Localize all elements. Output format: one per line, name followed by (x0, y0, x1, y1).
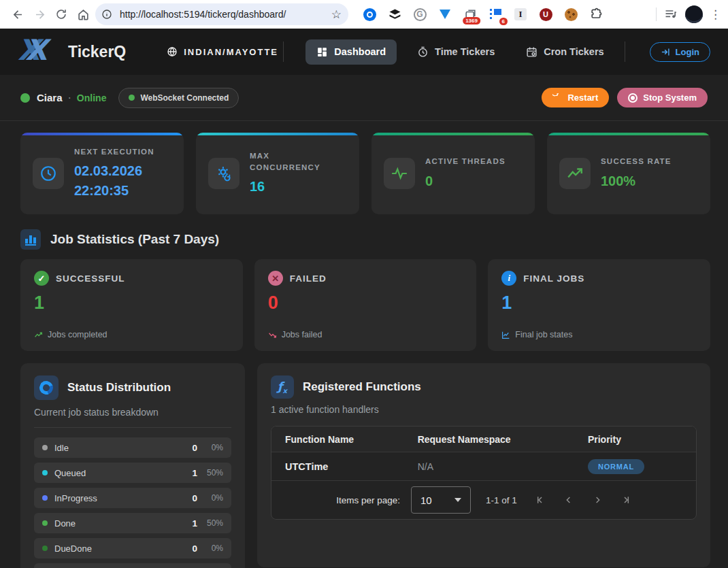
page-size-select[interactable]: 10 (411, 486, 471, 514)
nav-tab-time-tickers[interactable]: Time Tickers (406, 39, 506, 65)
stat-value-time: 22:20:35 (74, 181, 154, 201)
login-label: Login (676, 47, 699, 57)
x-circle-icon: ✕ (268, 271, 283, 286)
address-bar[interactable]: http://localhost:5194/tickerq/dashboard/… (95, 3, 348, 25)
stat-value: 100% (601, 171, 672, 191)
status-dot (42, 445, 48, 450)
layers-extension-icon[interactable] (387, 7, 402, 22)
status-percent: 50% (197, 518, 223, 528)
status-dot (42, 546, 48, 551)
registered-functions-panel: ƒx Registered Functions 1 active functio… (257, 363, 710, 567)
online-status-label: Online (77, 93, 107, 103)
funnel-extension-icon[interactable] (437, 7, 452, 22)
dashboard-icon (316, 46, 328, 58)
bookmark-star-icon[interactable]: ☆ (331, 7, 342, 22)
job-caption: Jobs completed (48, 330, 107, 339)
status-label: InProgress (54, 493, 97, 503)
back-icon (12, 8, 24, 21)
grid-extension-icon[interactable]: 6 (488, 7, 503, 22)
column-header-priority: Priority (588, 434, 682, 445)
card-accent (196, 133, 359, 135)
job-caption: Jobs failed (282, 330, 322, 339)
trending-up-icon (559, 158, 591, 189)
namespace-cell: N/A (418, 461, 588, 472)
reload-button[interactable] (50, 3, 72, 25)
job-card-failed: ✕ FAILED 0 Jobs failed (254, 259, 477, 351)
restart-button[interactable]: Restart (542, 88, 609, 107)
status-count: 1 (192, 468, 197, 478)
mini-trending-up-icon (34, 331, 43, 339)
stop-system-button[interactable]: Stop System (617, 88, 708, 107)
clock-icon (33, 158, 64, 189)
app-header: XX TickerQ INDIAN/MAYOTTE Dashboard Time… (0, 29, 728, 75)
first-page-button[interactable] (535, 495, 546, 505)
card-accent (20, 133, 184, 135)
stat-label: MAX CONCURRENCY (250, 150, 342, 174)
grammarly-extension-icon[interactable]: G (412, 7, 427, 22)
chrome-separator (656, 7, 657, 21)
status-row-partial (34, 563, 231, 568)
next-page-button[interactable] (592, 495, 603, 505)
panel-subtitle: 1 active function handlers (271, 404, 697, 415)
ublock-extension-icon[interactable]: U (538, 7, 553, 22)
forward-button[interactable] (29, 3, 50, 25)
nav-tab-dashboard[interactable]: Dashboard (305, 39, 397, 65)
status-row-inprogress: InProgress 0 0% (34, 488, 231, 508)
home-button[interactable] (72, 3, 94, 25)
job-statistics-header: Job Statistics (Past 7 Days) (20, 229, 710, 250)
mini-chart-line-icon (501, 331, 510, 339)
reload-icon (55, 8, 67, 20)
table-header-row: Function Name Request Namespace Priority (271, 427, 696, 452)
status-percent: 50% (197, 468, 223, 478)
stat-label: ACTIVE THREADS (425, 156, 506, 167)
separator-dot: · (68, 92, 71, 104)
stat-value: 0 (425, 171, 506, 191)
status-row-idle: Idle 0 0% (34, 437, 231, 458)
pulse-icon (384, 158, 415, 189)
tab-count-badge: 1369 (463, 17, 480, 24)
job-value: 0 (268, 293, 463, 314)
job-caption: Final job states (515, 330, 572, 339)
panel-subtitle: Current job status breakdown (34, 407, 231, 418)
stop-label: Stop System (643, 93, 697, 103)
job-label: FAILED (290, 273, 327, 284)
panel-title: Status Distribution (67, 381, 171, 395)
cookie-extension-icon[interactable] (563, 7, 578, 22)
chevron-down-icon (454, 498, 461, 502)
bar-chart-icon (20, 229, 41, 250)
playlist-icon[interactable] (663, 7, 678, 22)
browser-chrome: http://localhost:5194/tickerq/dashboard/… (0, 0, 728, 29)
grid-count-badge: 6 (499, 18, 508, 25)
reader-extension-icon[interactable]: I (513, 7, 528, 22)
status-row-duedone: DueDone 0 0% (34, 538, 231, 558)
login-icon (661, 47, 671, 57)
extensions-puzzle-icon[interactable] (589, 7, 603, 22)
table-row: UTCTime N/A NORMAL (271, 452, 696, 481)
profile-avatar[interactable] (685, 5, 703, 23)
nav-divider (283, 41, 284, 62)
job-label: FINAL JOBS (523, 273, 584, 284)
nav-tab-cron-tickers[interactable]: Cron Tickers (515, 39, 614, 65)
stat-card-active-threads: ACTIVE THREADS 0 (371, 133, 535, 214)
calendar-clock-icon (526, 46, 537, 58)
info-circle-icon: i (501, 271, 516, 286)
status-label: Queued (54, 468, 86, 478)
browser-menu-icon[interactable]: ⋮ (710, 7, 721, 22)
url-text[interactable]: http://localhost:5194/tickerq/dashboard/ (120, 9, 326, 20)
status-distribution-panel: Status Distribution Current job status b… (20, 363, 245, 568)
stat-card-row: NEXT EXECUTION 02.03.2026 22:20:35 MAX C… (20, 133, 710, 214)
stat-value: 16 (250, 177, 342, 197)
site-info-icon[interactable] (99, 7, 114, 22)
tab-manager-extension-icon[interactable]: 1369 (463, 7, 478, 22)
status-label: Idle (54, 443, 69, 453)
job-card-final-jobs: i FINAL JOBS 1 Final job states (488, 259, 710, 351)
last-page-button[interactable] (621, 495, 631, 505)
password-manager-extension-icon[interactable] (362, 7, 377, 22)
back-button[interactable] (7, 3, 29, 25)
login-button[interactable]: Login (650, 42, 710, 62)
dashboard-main: NEXT EXECUTION 02.03.2026 22:20:35 MAX C… (0, 121, 728, 568)
check-circle-icon: ✓ (34, 271, 49, 286)
previous-page-button[interactable] (563, 495, 574, 505)
card-accent (371, 133, 535, 135)
timezone-indicator: INDIAN/MAYOTTE (167, 46, 278, 57)
